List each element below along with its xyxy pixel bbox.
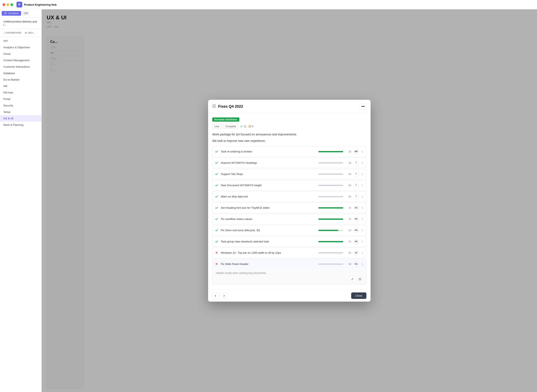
sidebar-nav: ⌂ DASHBOARD ◎ OBJ... [0, 29, 42, 37]
sort-icon[interactable]: ⇅ [361, 251, 364, 255]
delete-button[interactable] [357, 276, 363, 282]
task-avatar: ? [353, 171, 359, 177]
modal-overlay[interactable]: Fixes Q4 2022 ••• Increase stickiness Li… [42, 9, 537, 392]
sidebar-item-portal[interactable]: Portal [0, 96, 42, 102]
tag-live: Live [212, 124, 221, 129]
task-progress [318, 162, 343, 163]
modal-title-area: Fixes Q4 2022 [212, 104, 243, 109]
sidebar-item-hr[interactable]: HR [0, 83, 42, 89]
sidebar-item-content[interactable]: Content Management [0, 57, 42, 64]
sidebar-item-security[interactable]: Security [0, 102, 42, 109]
sort-icon[interactable]: ⇅ [361, 150, 364, 153]
task-row: Warn on dirty data exit 0d ? ⇅ [212, 191, 366, 202]
sidebar-item-analytics[interactable]: Analytics & Objectives [0, 44, 42, 51]
edit-button[interactable] [350, 276, 355, 282]
sidebar-item-customer[interactable]: Customer Interactions [0, 64, 42, 70]
sort-icon[interactable]: ⇅ [361, 173, 364, 176]
app-title: Product Engineering Hub [24, 3, 57, 6]
sidebar-item-pm-hub[interactable]: PM Hub [0, 89, 42, 96]
task-avatar: SG [353, 261, 359, 267]
task-check-done [215, 172, 219, 176]
tag-complete: Complete [223, 124, 238, 129]
title-bar: P Product Engineering Hub [0, 0, 537, 9]
task-duration: 1h [345, 218, 351, 221]
footer-nav [212, 292, 227, 299]
task-name: Fix Slide Panel Header [221, 262, 316, 266]
close-traffic-light[interactable] [3, 3, 5, 6]
sidebar-item-api[interactable]: API [0, 38, 42, 44]
task-progress [318, 263, 343, 265]
description-line2: We look to improve new user experience. [212, 139, 366, 143]
check-count: 11 [240, 125, 246, 128]
sort-icon[interactable]: ⇅ [361, 217, 364, 221]
sidebar-item-ux-ui[interactable]: UX & UI [0, 115, 42, 122]
maximize-traffic-light[interactable] [10, 3, 13, 6]
sidebar-item-work-planning[interactable]: Work & Planning [0, 122, 42, 128]
task-progress [318, 252, 343, 253]
task-duration: 0d [345, 263, 351, 266]
modal-header: Fixes Q4 2022 ••• [208, 100, 371, 113]
task-avatar: SG [353, 205, 359, 211]
workspace-tab-zb[interactable]: ZB Zerabase [2, 11, 21, 16]
task-avatar: AV [353, 250, 359, 256]
task-progress [318, 241, 343, 242]
task-duration: 2d [345, 229, 351, 232]
sidebar-items: API Analytics & Objectives Cloud Content… [0, 37, 42, 392]
task-duration: 0d [345, 195, 351, 198]
sort-icon[interactable]: ⇅ [361, 161, 364, 164]
sort-icon[interactable]: ⇅ [361, 184, 364, 187]
task-check-done [215, 150, 219, 154]
task-name: Task re-ordering is broken [221, 150, 316, 153]
sort-icon[interactable]: ⇅ [361, 240, 364, 243]
task-duration: 0d [345, 161, 351, 164]
task-row: New Document WYSIWYG height 0d ? ⇅ [212, 180, 366, 191]
task-row: Windows 10 : Top bar on 1200 width is of… [212, 248, 366, 258]
task-avatar: ? [353, 182, 359, 188]
sidebar: ZB Zerabase CM Unified product delivery … [0, 9, 42, 392]
task-name: New Document WYSIWYG height [221, 184, 316, 187]
sidebar-subtitle: Unified product delivery and i... [0, 18, 42, 29]
sidebar-item-cloud[interactable]: Cloud [0, 51, 42, 57]
checklist-icon [212, 104, 216, 109]
sort-icon[interactable]: ⇅ [361, 206, 364, 210]
task-duration: 2h [345, 251, 351, 254]
task-check-done [215, 229, 219, 232]
task-name: Fix Store null issue (lifecycle, ID) [221, 229, 316, 232]
sort-icon[interactable]: ⇅ [361, 262, 364, 266]
close-button[interactable]: Close [351, 292, 366, 299]
modal-body: Increase stickiness Live Complete 11 0 [208, 113, 371, 290]
expanded-task-content: Header scrolls when viewing long documen… [212, 269, 366, 285]
task-avatar: ? [353, 160, 359, 166]
sort-icon[interactable]: ⇅ [361, 229, 364, 232]
task-check-failed [215, 251, 219, 255]
tasks-list: Task re-ordering is broken 2d MR ⇅ [212, 146, 366, 285]
task-row: Fix Store null issue (lifecycle, ID) 2d … [212, 225, 366, 236]
task-name: Improve WYSIWYG Headings [221, 161, 316, 164]
sidebar-item-database[interactable]: Database [0, 70, 42, 76]
task-duration: 0d [345, 184, 351, 187]
minimize-traffic-light[interactable] [6, 3, 9, 6]
task-progress [318, 219, 343, 220]
task-name: Warn on dirty data exit [221, 195, 316, 198]
sort-icon[interactable]: ⇅ [361, 195, 364, 198]
workspace-tabs: ZB Zerabase CM [0, 9, 42, 18]
task-check-done [215, 183, 219, 187]
content-area: UX & UI UX... LEA... Har... Co... 📄 I...… [42, 9, 537, 392]
expanded-task-note: Header scrolls when viewing long documen… [216, 272, 363, 275]
svg-rect-9 [359, 279, 361, 280]
workspace-tab-cm[interactable]: CM [22, 11, 30, 16]
task-row: Support Tab Stops 0d ? ⇅ [212, 169, 366, 179]
sidebar-item-setup[interactable]: Setup [0, 109, 42, 115]
next-button[interactable] [221, 292, 227, 299]
task-name: Task group view deselects selected task [221, 240, 316, 243]
previous-button[interactable] [212, 292, 219, 299]
modal-menu-button[interactable]: ••• [360, 103, 366, 110]
task-check-done [215, 195, 219, 199]
modal-footer: Close [208, 290, 371, 302]
nav-dashboard[interactable]: ⌂ DASHBOARD [2, 31, 23, 35]
nav-objectives[interactable]: ◎ OBJ... [23, 31, 37, 35]
task-avatar: HK [353, 216, 359, 222]
task-avatar: HK [353, 228, 359, 233]
task-row: Task re-ordering is broken 2d MR ⇅ [212, 146, 366, 157]
sidebar-item-go-to-market[interactable]: Go-to-Market [0, 76, 42, 83]
